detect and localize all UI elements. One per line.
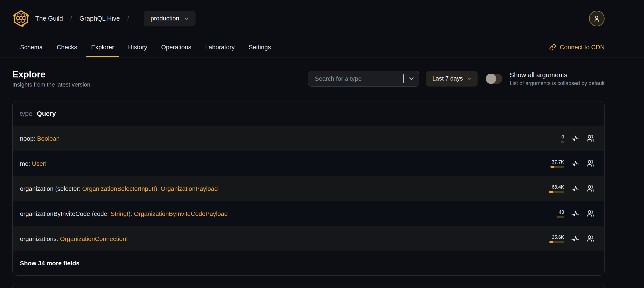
app-window: The Guild / GraphQL Hive / production Sc…: [0, 0, 644, 288]
hive-logo-icon[interactable]: [12, 10, 30, 27]
requests-count: 37.7K: [552, 160, 564, 164]
chevron-down-icon: [466, 76, 472, 81]
connect-to-cdn-button[interactable]: Connect to CDN: [549, 44, 604, 51]
date-range-dropdown[interactable]: Last 7 days: [426, 71, 478, 87]
chevron-down-icon: [184, 16, 190, 22]
users-icon[interactable]: [586, 235, 594, 243]
requests-bar: [557, 216, 564, 218]
type-search-input[interactable]: [314, 75, 399, 83]
field-stats: 37.7K: [534, 160, 594, 168]
show-all-arguments-toggle[interactable]: [486, 74, 502, 84]
toggle-label: Show all arguments: [510, 71, 604, 79]
requests-count: 35.6K: [552, 235, 564, 240]
requests-stat: 68.4K: [534, 185, 564, 193]
link-icon: [549, 44, 556, 51]
field-row[interactable]: noop: Boolean 0: [13, 126, 604, 151]
tab-navigation: SchemaChecksExplorerHistoryOperationsLab…: [0, 37, 644, 58]
tab-checks[interactable]: Checks: [50, 37, 84, 58]
users-icon[interactable]: [586, 134, 594, 143]
explorer-controls: Last 7 days Show all arguments List of a…: [308, 71, 604, 87]
field-stats: 43: [534, 210, 594, 218]
target-selector-dropdown[interactable]: production: [144, 11, 196, 26]
toggle-knob: [486, 74, 496, 84]
breadcrumb-project-link[interactable]: GraphQL Hive: [79, 15, 120, 22]
field-row[interactable]: organization (selector: OrganizationSele…: [13, 176, 604, 201]
requests-count: 68.4K: [552, 185, 564, 189]
page-subtitle: Insights from the latest version.: [12, 82, 92, 88]
requests-stat: 35.6K: [534, 235, 564, 243]
requests-count: 43: [559, 210, 564, 214]
connect-to-cdn-label: Connect to CDN: [560, 44, 604, 51]
field-signature: organizationByInviteCode (code: String!)…: [20, 210, 228, 217]
requests-bar: [561, 141, 564, 142]
type-kind-label: type: [20, 110, 32, 117]
field-signature: noop: Boolean: [20, 135, 60, 142]
search-divider: [403, 74, 404, 83]
page-head: Explore Insights from the latest version…: [0, 58, 644, 87]
toggle-sublabel: List of arguments is collapsed by defaul…: [510, 80, 604, 86]
field-stats: 68.4K: [534, 185, 594, 193]
field-row[interactable]: organizationByInviteCode (code: String!)…: [13, 201, 604, 226]
users-icon[interactable]: [586, 160, 594, 168]
requests-stat: 43: [534, 210, 564, 218]
breadcrumb-separator: /: [70, 15, 72, 22]
activity-icon[interactable]: [571, 210, 579, 218]
activity-icon[interactable]: [571, 134, 579, 143]
user-icon: [592, 15, 601, 23]
breadcrumb: The Guild / GraphQL Hive / production: [35, 11, 196, 26]
tab-laboratory[interactable]: Laboratory: [198, 37, 241, 58]
type-card-query: type Query noop: Boolean 0 me: User! 37.…: [12, 101, 604, 275]
tab-operations[interactable]: Operations: [155, 37, 198, 58]
field-row[interactable]: organizations: OrganizationConnection! 3…: [13, 226, 604, 251]
requests-stat: 37.7K: [534, 160, 564, 168]
breadcrumb-org-link[interactable]: The Guild: [35, 15, 63, 22]
activity-icon[interactable]: [571, 160, 579, 168]
requests-bar: [549, 191, 564, 193]
users-icon[interactable]: [586, 210, 594, 218]
top-header: The Guild / GraphQL Hive / production: [0, 0, 644, 37]
tab-history[interactable]: History: [122, 37, 154, 58]
users-icon[interactable]: [586, 185, 594, 193]
requests-bar: [550, 166, 564, 167]
type-search-combobox[interactable]: [308, 71, 419, 87]
user-avatar-button[interactable]: [589, 11, 604, 26]
field-stats: 0: [534, 134, 594, 143]
page-title: Explore: [12, 70, 92, 79]
field-signature: me: User!: [20, 160, 46, 167]
requests-count: 0: [562, 135, 564, 139]
tab-explorer[interactable]: Explorer: [85, 37, 121, 58]
next-type-card-stub: [12, 284, 604, 288]
tab-schema[interactable]: Schema: [14, 37, 49, 58]
activity-icon[interactable]: [571, 235, 579, 243]
field-stats: 35.6K: [534, 235, 594, 243]
field-signature: organizations: OrganizationConnection!: [20, 235, 128, 242]
date-range-value: Last 7 days: [432, 75, 463, 82]
chevron-down-icon[interactable]: [408, 75, 415, 82]
breadcrumb-separator: /: [127, 15, 129, 22]
type-name: Query: [37, 110, 56, 117]
requests-stat: 0: [534, 135, 564, 143]
requests-bar: [549, 241, 564, 243]
field-signature: organization (selector: OrganizationSele…: [20, 185, 218, 192]
field-row[interactable]: me: User! 37.7K: [13, 151, 604, 176]
activity-icon[interactable]: [571, 185, 579, 193]
show-more-fields-button[interactable]: Show 34 more fields: [13, 251, 604, 275]
target-selector-value: production: [150, 15, 179, 22]
type-card-header: type Query: [13, 101, 604, 126]
tab-settings[interactable]: Settings: [242, 37, 278, 58]
show-more-fields-label: Show 34 more fields: [20, 260, 80, 267]
